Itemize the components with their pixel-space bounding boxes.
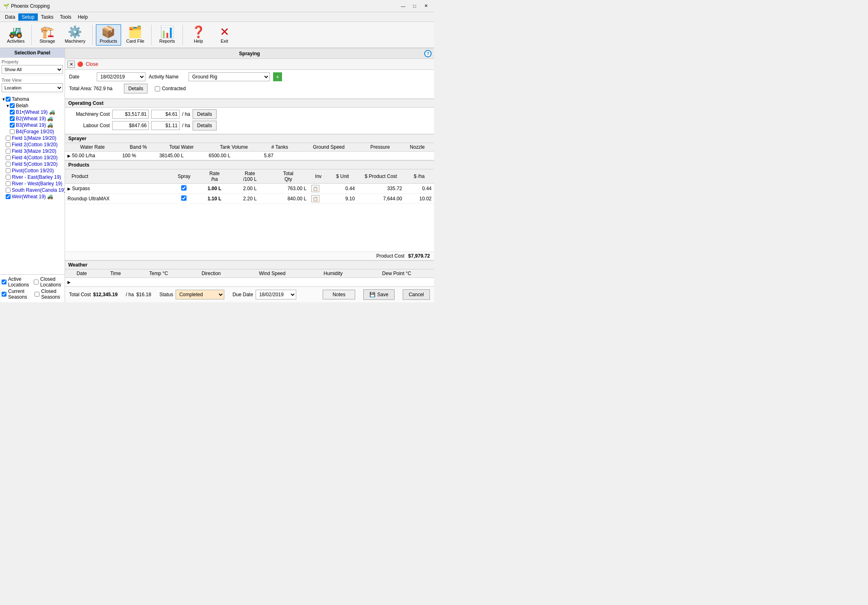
products-section: Products Product Spray Rate/ha Rate/100 …: [65, 160, 434, 260]
minimize-button[interactable]: —: [398, 2, 408, 10]
cancel-button[interactable]: Cancel: [403, 289, 430, 300]
cell-water-rate: ▶ 50.00 L/ha: [65, 152, 120, 160]
wcell-humidity: [307, 278, 359, 286]
labour-total-input[interactable]: [112, 121, 149, 130]
wcell-direction: [184, 278, 238, 286]
check-f5[interactable]: [6, 162, 11, 167]
spray-check-roundup[interactable]: [181, 195, 187, 201]
details-button[interactable]: Details: [124, 84, 148, 93]
close-window-button[interactable]: ✕: [421, 2, 431, 10]
expand-belah[interactable]: ▼: [6, 104, 10, 108]
check-tahoma[interactable]: [6, 97, 11, 102]
maximize-button[interactable]: □: [410, 2, 419, 10]
check-b2[interactable]: [10, 116, 15, 121]
close-x-button[interactable]: ✕: [67, 61, 75, 68]
tree-item-f2[interactable]: Field 2(Cotton 19/20): [2, 141, 63, 148]
cell-inv-surpass[interactable]: 📋: [309, 184, 328, 194]
total-cost-value: $12,345.19: [93, 292, 117, 297]
cell-inv-roundup[interactable]: 📋: [309, 194, 328, 204]
tree-item-b1[interactable]: B1•(Wheat 19) 🚜: [2, 109, 63, 115]
menu-data[interactable]: Data: [2, 13, 18, 21]
label-f2: Field 2(Cotton 19/20): [12, 142, 58, 147]
machinery-details-button[interactable]: Details: [193, 109, 217, 119]
machinery-total-input[interactable]: [112, 110, 149, 119]
labour-details-button[interactable]: Details: [193, 121, 217, 130]
close-label[interactable]: Close: [86, 61, 98, 67]
tree-item-river-west[interactable]: River - West(Barley 19): [2, 180, 63, 187]
check-f1[interactable]: [6, 136, 11, 141]
panel-header: Selection Panel: [0, 48, 65, 58]
col-ground-speed: Ground Speed: [298, 143, 360, 152]
cell-spray-roundup[interactable]: [171, 194, 197, 204]
label-f4: Field 4(Cotton 19/20): [12, 155, 58, 160]
menu-tasks[interactable]: Tasks: [38, 13, 57, 21]
spray-check-surpass[interactable]: [181, 185, 187, 191]
toolbar-activities[interactable]: 🚜 Activities: [3, 24, 28, 46]
tree-item-f4[interactable]: Field 4(Cotton 19/20): [2, 154, 63, 161]
check-b4[interactable]: [10, 129, 15, 134]
check-active-locations[interactable]: [2, 280, 7, 284]
wcell-wind: [238, 278, 307, 286]
check-closed-locations[interactable]: [34, 280, 39, 284]
tree-item-tahoma[interactable]: ▼ Tahoma: [2, 96, 63, 102]
tree-item-belah[interactable]: ▼ Belah: [2, 102, 63, 109]
tree-item-f1[interactable]: Field 1(Maize 19/20): [2, 135, 63, 141]
check-f3[interactable]: [6, 149, 11, 154]
help-button[interactable]: ?: [424, 50, 432, 57]
check-south-raven[interactable]: [6, 188, 11, 193]
check-b3[interactable]: [10, 123, 15, 128]
check-weir[interactable]: [6, 194, 11, 199]
tree-item-f3[interactable]: Field 3(Maize 19/20): [2, 148, 63, 154]
menu-tools[interactable]: Tools: [56, 13, 74, 21]
tree-item-b2[interactable]: B2(Wheat 19) 🚜: [2, 115, 63, 122]
cell-rate-ha-roundup: 1.10 L: [197, 194, 232, 204]
menu-setup[interactable]: Setup: [18, 13, 37, 21]
cell-spray-surpass[interactable]: [171, 184, 197, 194]
toolbar-help[interactable]: ❓ Help: [186, 24, 210, 46]
toolbar-products[interactable]: 📦 Products: [96, 24, 121, 46]
product-cost-value: $7,979.72: [408, 253, 430, 259]
tree-view-select[interactable]: Location: [2, 83, 63, 92]
check-pivot[interactable]: [6, 168, 11, 173]
check-b1[interactable]: [10, 110, 15, 115]
toolbar-storage[interactable]: 🏗️ Storage: [35, 24, 59, 46]
inv-icon-roundup[interactable]: 📋: [311, 195, 319, 202]
check-current-seasons[interactable]: [2, 292, 7, 297]
inv-icon-surpass[interactable]: 📋: [311, 185, 319, 192]
contracted-checkbox[interactable]: [155, 86, 160, 91]
tree-item-weir[interactable]: Weir(Wheat 19) 🚜: [2, 193, 63, 200]
notes-button[interactable]: Notes: [323, 290, 355, 299]
help-label: Help: [194, 39, 203, 43]
labour-per-ha-input[interactable]: [151, 121, 180, 130]
menu-help[interactable]: Help: [74, 13, 91, 21]
check-row-seasons: Current Seasons Closed Seasons: [2, 288, 63, 300]
check-river-east[interactable]: [6, 175, 11, 180]
toolbar-card-file[interactable]: 🗂️ Card File: [123, 24, 148, 46]
save-button[interactable]: 💾 Save: [363, 289, 394, 300]
check-f4[interactable]: [6, 155, 11, 160]
activity-name-select[interactable]: Ground Rig: [189, 72, 270, 81]
tree-item-south-raven[interactable]: South Raven(Canola 19): [2, 187, 63, 193]
toolbar-reports[interactable]: 📊 Reports: [155, 24, 179, 46]
tree-item-river-east[interactable]: River - East(Barley 19): [2, 174, 63, 180]
check-f2[interactable]: [6, 142, 11, 147]
tree-item-pivot[interactable]: Pivot(Cotton 19/20): [2, 167, 63, 174]
check-river-west[interactable]: [6, 181, 11, 186]
tree-item-b4[interactable]: B4(Forage 19/20): [2, 128, 63, 135]
expand-tahoma[interactable]: ▼: [2, 97, 6, 102]
add-activity-button[interactable]: +: [273, 72, 282, 81]
toolbar-machinery[interactable]: ⚙️ Machinery: [61, 24, 89, 46]
property-select[interactable]: Show All: [2, 65, 63, 74]
tree-item-b3[interactable]: B3(Wheat 19) 🚜: [2, 122, 63, 128]
machinery-per-ha-input[interactable]: [151, 110, 180, 119]
label-south-raven: South Raven(Canola 19): [12, 187, 65, 193]
tree-item-f5[interactable]: Field 5(Cotton 19/20): [2, 161, 63, 167]
check-closed-seasons[interactable]: [35, 292, 39, 297]
check-belah[interactable]: [10, 103, 15, 108]
reports-icon: 📊: [160, 26, 174, 38]
status-select[interactable]: Completed: [176, 290, 224, 299]
due-date-select[interactable]: 18/02/2019: [256, 290, 296, 299]
date-select[interactable]: 18/02/2019: [97, 72, 145, 81]
sprayer-table: Water Rate Band % Total Water Tank Volum…: [65, 143, 434, 160]
toolbar-exit[interactable]: ✕ Exit: [212, 24, 237, 46]
